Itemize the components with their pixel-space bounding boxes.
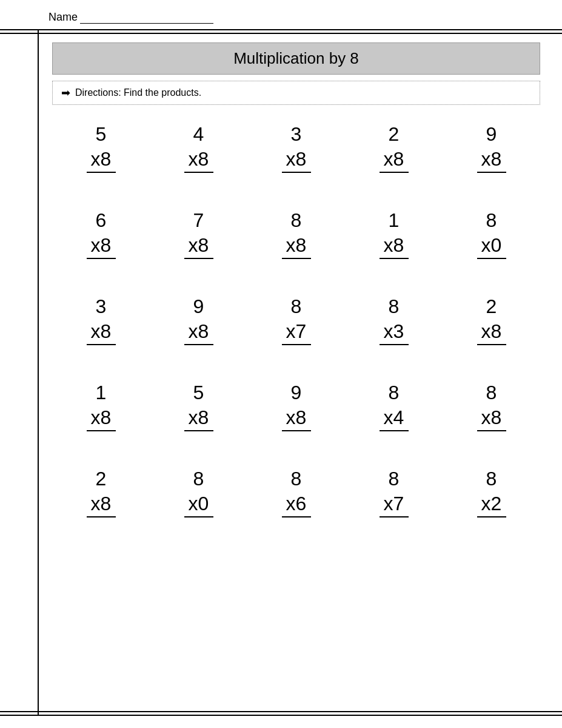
problem-multiplicand: 2 <box>96 468 107 490</box>
problem-multiplier: x8 <box>87 148 116 173</box>
problem-multiplier: x8 <box>380 148 409 173</box>
problem-multiplier: x8 <box>184 406 213 431</box>
left-border <box>38 29 39 716</box>
problem-4-5: 8x8 <box>455 382 528 431</box>
problem-multiplier: x8 <box>282 406 311 431</box>
problem-2-4: 1x8 <box>358 209 430 259</box>
problem-multiplier: x8 <box>477 148 506 173</box>
problem-multiplicand: 8 <box>291 468 302 490</box>
problem-multiplier: x7 <box>282 320 311 345</box>
problem-2-5: 8x0 <box>455 209 528 259</box>
problem-multiplier: x8 <box>184 320 213 345</box>
problem-multiplier: x8 <box>184 234 213 259</box>
problem-1-1: 5x8 <box>65 123 138 173</box>
problem-multiplicand: 9 <box>193 295 204 318</box>
problem-multiplier: x3 <box>380 320 409 345</box>
problem-multiplicand: 3 <box>96 295 107 318</box>
problem-multiplicand: 9 <box>486 123 497 146</box>
problem-multiplicand: 8 <box>389 295 400 318</box>
worksheet-title: Multiplication by 8 <box>52 42 540 75</box>
problem-multiplier: x8 <box>477 320 506 345</box>
problems-section: 5x84x83x82x89x86x87x88x81x88x03x89x88x78… <box>52 123 540 554</box>
problem-multiplier: x0 <box>477 234 506 259</box>
problem-multiplicand: 8 <box>291 295 302 318</box>
problem-multiplicand: 6 <box>96 209 107 232</box>
problem-multiplicand: 8 <box>486 382 497 404</box>
problem-multiplicand: 1 <box>389 209 400 232</box>
problem-2-2: 7x8 <box>162 209 235 259</box>
problem-multiplicand: 5 <box>96 123 107 146</box>
problem-multiplier: x8 <box>282 234 311 259</box>
problem-multiplier: x8 <box>184 148 213 173</box>
problem-multiplicand: 5 <box>193 382 204 404</box>
problem-multiplicand: 8 <box>291 209 302 232</box>
problem-multiplicand: 8 <box>193 468 204 490</box>
main-content: Multiplication by 8 ➡ Directions: Find t… <box>42 36 550 560</box>
problem-3-2: 9x8 <box>162 295 235 345</box>
directions-box: ➡ Directions: Find the products. <box>52 81 540 105</box>
problem-multiplicand: 8 <box>389 382 400 404</box>
problem-row-2: 6x87x88x81x88x0 <box>52 209 540 259</box>
problem-multiplier: x8 <box>87 406 116 431</box>
problem-row-1: 5x84x83x82x89x8 <box>52 123 540 173</box>
problem-5-5: 8x2 <box>455 468 528 517</box>
problem-multiplier: x0 <box>184 493 213 517</box>
problem-multiplicand: 1 <box>96 382 107 404</box>
problem-4-1: 1x8 <box>65 382 138 431</box>
problem-1-3: 3x8 <box>260 123 333 173</box>
problem-3-4: 8x3 <box>358 295 430 345</box>
problem-multiplicand: 8 <box>486 209 497 232</box>
problem-1-4: 2x8 <box>358 123 430 173</box>
problem-multiplier: x6 <box>282 493 311 517</box>
problem-row-5: 2x88x08x68x78x2 <box>52 468 540 517</box>
page: Name Multiplication by 8 ➡ Directions: F… <box>0 0 562 728</box>
problem-multiplicand: 2 <box>389 123 400 146</box>
problem-4-2: 5x8 <box>162 382 235 431</box>
problem-multiplicand: 3 <box>291 123 302 146</box>
problem-multiplier: x8 <box>380 234 409 259</box>
problem-1-2: 4x8 <box>162 123 235 173</box>
problem-3-5: 2x8 <box>455 295 528 345</box>
problem-multiplier: x8 <box>87 493 116 517</box>
name-underline[interactable] <box>80 23 213 24</box>
problem-multiplier: x8 <box>87 234 116 259</box>
problem-2-3: 8x8 <box>260 209 333 259</box>
problem-5-4: 8x7 <box>358 468 430 517</box>
problem-row-3: 3x89x88x78x32x8 <box>52 295 540 345</box>
problem-multiplicand: 8 <box>486 468 497 490</box>
problem-5-1: 2x8 <box>65 468 138 517</box>
arrow-icon: ➡ <box>61 86 70 99</box>
problem-multiplier: x7 <box>380 493 409 517</box>
problem-multiplicand: 4 <box>193 123 204 146</box>
problem-2-1: 6x8 <box>65 209 138 259</box>
problem-5-2: 8x0 <box>162 468 235 517</box>
problem-4-3: 9x8 <box>260 382 333 431</box>
problem-multiplicand: 9 <box>291 382 302 404</box>
problem-multiplier: x8 <box>87 320 116 345</box>
problem-3-1: 3x8 <box>65 295 138 345</box>
problem-3-3: 8x7 <box>260 295 333 345</box>
problem-multiplier: x4 <box>380 406 409 431</box>
problem-5-3: 8x6 <box>260 468 333 517</box>
bottom-border-inner <box>0 711 562 712</box>
bottom-border-outer <box>0 715 562 716</box>
name-label: Name <box>49 11 213 24</box>
problem-row-4: 1x85x89x88x48x8 <box>52 382 540 431</box>
problem-multiplicand: 8 <box>389 468 400 490</box>
top-border-inner <box>0 33 562 34</box>
top-border-outer <box>0 29 562 30</box>
problem-1-5: 9x8 <box>455 123 528 173</box>
problem-4-4: 8x4 <box>358 382 430 431</box>
problem-multiplier: x8 <box>282 148 311 173</box>
problem-multiplicand: 7 <box>193 209 204 232</box>
problem-multiplier: x2 <box>477 493 506 517</box>
problem-multiplier: x8 <box>477 406 506 431</box>
problem-multiplicand: 2 <box>486 295 497 318</box>
